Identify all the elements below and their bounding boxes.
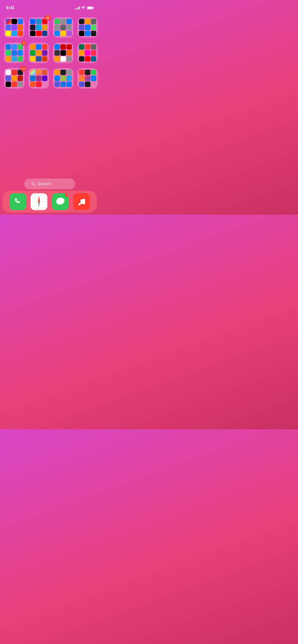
dock: 1	[3, 191, 97, 213]
app-grid: 26	[0, 12, 99, 89]
folder-misc[interactable]	[77, 68, 98, 89]
battery-icon	[87, 6, 93, 9]
messages-icon	[55, 197, 65, 207]
music-icon	[77, 197, 86, 206]
folder-social[interactable]	[4, 17, 24, 38]
search-bar-container: Search	[0, 179, 99, 189]
folder-productivity[interactable]	[29, 43, 49, 63]
folder-communication[interactable]: 6	[4, 43, 24, 63]
status-icons	[75, 6, 93, 9]
badge-communication: 6	[21, 41, 26, 46]
folder-browsers[interactable]	[29, 68, 49, 89]
folder-news[interactable]: 711	[4, 68, 24, 89]
svg-point-10	[78, 203, 80, 205]
folder-dev[interactable]	[53, 68, 73, 89]
badge-news: 711	[20, 66, 26, 71]
phone-icon	[13, 197, 22, 206]
wifi-icon	[81, 6, 85, 9]
safari-icon	[31, 193, 47, 210]
badge-streaming: 26	[44, 15, 51, 20]
folder-food[interactable]	[77, 43, 98, 63]
folder-games[interactable]	[77, 17, 98, 38]
status-time: 9:41	[6, 5, 15, 10]
folder-utilities[interactable]	[53, 17, 73, 38]
dock-safari[interactable]	[31, 193, 47, 210]
search-bar[interactable]: Search	[24, 179, 75, 189]
badge-messages: 1	[65, 193, 69, 197]
svg-point-11	[83, 202, 85, 204]
search-bar-label: Search	[37, 181, 51, 186]
dock-phone[interactable]	[9, 193, 26, 210]
signal-icon	[75, 6, 80, 9]
svg-line-1	[34, 185, 35, 186]
dock-messages[interactable]: 1	[52, 193, 69, 210]
status-bar: 9:41	[0, 0, 99, 12]
folder-shopping[interactable]	[53, 43, 73, 63]
folder-streaming[interactable]: 26	[29, 17, 49, 38]
search-icon	[31, 182, 35, 186]
dock-music[interactable]	[73, 193, 90, 210]
